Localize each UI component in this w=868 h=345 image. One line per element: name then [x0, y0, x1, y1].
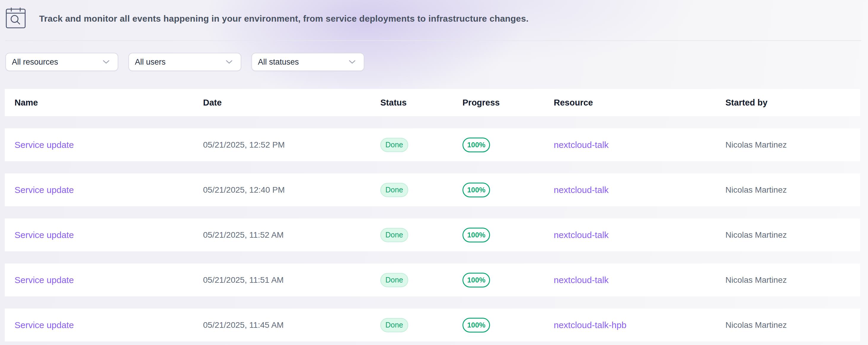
table-header-row: Name Date Status Progress Resource Start…: [5, 89, 860, 116]
resource-link[interactable]: nextcloud-talk: [554, 140, 609, 150]
event-name-link[interactable]: Service update: [14, 275, 74, 285]
calendar-search-icon: [5, 7, 26, 30]
event-date: 05/21/2025, 11:45 AM: [203, 320, 380, 330]
events-page: Track and monitor all events happening i…: [0, 0, 868, 345]
chevron-down-icon: [226, 60, 233, 64]
progress-badge: 100%: [462, 137, 490, 152]
progress-badge: 100%: [462, 318, 490, 333]
started-by: Nicolas Martinez: [725, 230, 860, 240]
statuses-filter[interactable]: All statuses: [251, 53, 364, 71]
event-name-link[interactable]: Service update: [14, 185, 74, 195]
event-date: 05/21/2025, 12:52 PM: [203, 140, 380, 150]
started-by: Nicolas Martinez: [725, 320, 860, 330]
table-row: Service update 05/21/2025, 11:51 AM Done…: [5, 263, 860, 296]
status-badge: Done: [380, 183, 408, 197]
table-body: Service update 05/21/2025, 12:52 PM Done…: [5, 128, 860, 341]
table-row: Service update 05/21/2025, 12:52 PM Done…: [5, 128, 860, 161]
started-by: Nicolas Martinez: [725, 275, 860, 285]
progress-badge: 100%: [462, 228, 490, 243]
resource-link[interactable]: nextcloud-talk: [554, 230, 609, 240]
event-date: 05/21/2025, 12:40 PM: [203, 185, 380, 195]
chevron-down-icon: [102, 60, 110, 64]
progress-badge: 100%: [462, 273, 490, 287]
started-by: Nicolas Martinez: [725, 185, 860, 195]
table-row: Service update 05/21/2025, 11:52 AM Done…: [5, 218, 860, 251]
header-divider: [5, 40, 861, 41]
resources-filter[interactable]: All resources: [5, 53, 118, 71]
status-badge: Done: [380, 228, 408, 242]
chevron-down-icon: [349, 60, 356, 64]
event-date: 05/21/2025, 11:51 AM: [203, 275, 380, 285]
table-row: Service update 05/21/2025, 12:40 PM Done…: [5, 174, 860, 206]
column-header-status: Status: [380, 98, 462, 107]
column-header-started-by: Started by: [725, 98, 860, 107]
column-header-name: Name: [14, 98, 203, 107]
column-header-date: Date: [203, 98, 380, 107]
statuses-filter-value: All statuses: [258, 58, 299, 67]
column-header-progress: Progress: [462, 98, 554, 107]
event-date: 05/21/2025, 11:52 AM: [203, 230, 380, 240]
event-name-link[interactable]: Service update: [14, 140, 74, 150]
event-name-link[interactable]: Service update: [14, 230, 74, 240]
column-header-resource: Resource: [554, 98, 725, 107]
users-filter-value: All users: [135, 58, 166, 67]
progress-badge: 100%: [462, 183, 490, 197]
resources-filter-value: All resources: [12, 58, 58, 67]
started-by: Nicolas Martinez: [725, 140, 860, 150]
event-name-link[interactable]: Service update: [14, 320, 74, 330]
users-filter[interactable]: All users: [128, 53, 241, 71]
resource-link[interactable]: nextcloud-talk: [554, 275, 609, 285]
filters-bar: All resources All users All statuses: [5, 53, 364, 71]
page-description: Track and monitor all events happening i…: [39, 0, 529, 37]
events-table: Name Date Status Progress Resource Start…: [5, 89, 860, 341]
resource-link[interactable]: nextcloud-talk: [554, 185, 609, 195]
status-badge: Done: [380, 318, 408, 332]
status-badge: Done: [380, 273, 408, 287]
table-row: Service update 05/21/2025, 11:45 AM Done…: [5, 309, 860, 341]
status-badge: Done: [380, 138, 408, 152]
resource-link[interactable]: nextcloud-talk-hpb: [554, 320, 626, 330]
